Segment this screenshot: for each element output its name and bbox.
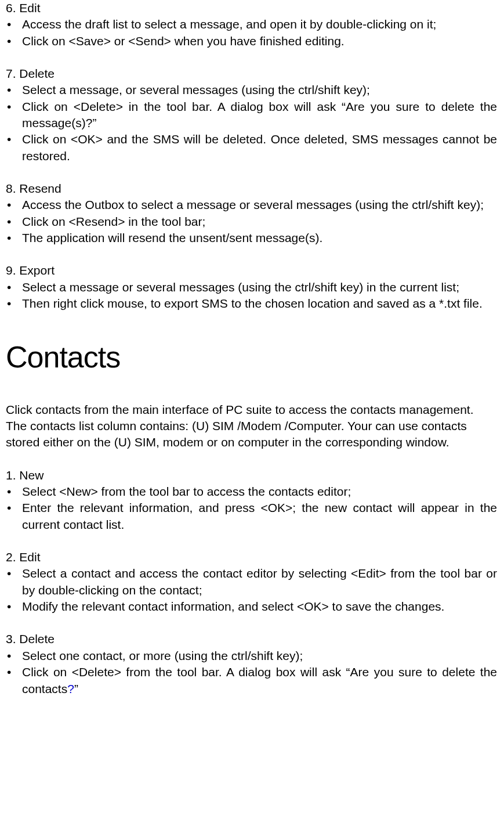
list-item-text: Click on <Delete> from the tool bar. A d… bbox=[22, 664, 497, 697]
list-item: •Click on <Resend> in the tool bar; bbox=[6, 214, 497, 230]
list-item: •Enter the relevant information, and pre… bbox=[6, 500, 497, 533]
section-9-title: 9. Export bbox=[6, 262, 497, 279]
list-item-text: Modify the relevant contact information,… bbox=[22, 598, 497, 615]
bullet-icon: • bbox=[6, 230, 22, 246]
bullet-icon: • bbox=[6, 33, 22, 49]
bullet-icon: • bbox=[6, 484, 22, 500]
list-item-text: Select a message or several messages (us… bbox=[22, 279, 497, 295]
contacts-heading: Contacts bbox=[6, 337, 497, 377]
list-item: •Select a contact and access the contact… bbox=[6, 565, 497, 598]
bullet-icon: • bbox=[6, 82, 22, 98]
bullet-icon: • bbox=[6, 295, 22, 312]
bullet-icon: • bbox=[6, 197, 22, 213]
list-item-text: Click on <Resend> in the tool bar; bbox=[22, 214, 497, 230]
bullet-icon: • bbox=[6, 598, 22, 615]
list-item-text: Click on <OK> and the SMS will be delete… bbox=[22, 131, 497, 164]
list-item: •Select a message or several messages (u… bbox=[6, 279, 497, 295]
list-item: •Select <New> from the tool bar to acces… bbox=[6, 484, 497, 500]
list-item-text: Select one contact, or more (using the c… bbox=[22, 648, 497, 664]
contacts-1-title: 1. New bbox=[6, 467, 497, 484]
list-item: •Select one contact, or more (using the … bbox=[6, 648, 497, 664]
bullet-icon: • bbox=[6, 279, 22, 295]
section-9-list: •Select a message or several messages (u… bbox=[6, 279, 497, 312]
list-item-text: Enter the relevant information, and pres… bbox=[22, 500, 497, 533]
contacts-3-title: 3. Delete bbox=[6, 631, 497, 647]
bullet-icon: • bbox=[6, 131, 22, 147]
list-item-text: Select a contact and access the contact … bbox=[22, 565, 497, 598]
section-7-title: 7. Delete bbox=[6, 66, 497, 82]
list-item: •Click on <Delete> from the tool bar. A … bbox=[6, 664, 497, 697]
bullet-icon: • bbox=[6, 565, 22, 582]
contacts-2-list: •Select a contact and access the contact… bbox=[6, 565, 497, 615]
list-item: •Modify the relevant contact information… bbox=[6, 598, 497, 615]
contacts-intro-2: The contacts list column contains: (U) S… bbox=[6, 418, 497, 451]
bullet-icon: • bbox=[6, 99, 22, 115]
list-item: •Access the draft list to select a messa… bbox=[6, 16, 497, 33]
section-6-title: 6. Edit bbox=[6, 0, 497, 16]
list-item: •Access the Outbox to select a message o… bbox=[6, 197, 497, 213]
list-item-text: Click on <Save> or <Send> when you have … bbox=[22, 33, 497, 49]
contacts-intro-1: Click contacts from the main interface o… bbox=[6, 402, 497, 418]
list-item: •The application will resend the unsent/… bbox=[6, 230, 497, 246]
bullet-icon: • bbox=[6, 16, 22, 33]
list-item-text: Select a message, or several messages (u… bbox=[22, 82, 497, 98]
section-7-list: •Select a message, or several messages (… bbox=[6, 82, 497, 164]
list-item-text: Then right click mouse, to export SMS to… bbox=[22, 295, 497, 312]
list-item: •Click on <OK> and the SMS will be delet… bbox=[6, 131, 497, 164]
section-8-list: •Access the Outbox to select a message o… bbox=[6, 197, 497, 246]
list-item: •Select a message, or several messages (… bbox=[6, 82, 497, 98]
list-item: •Click on <Save> or <Send> when you have… bbox=[6, 33, 497, 49]
list-item-text: The application will resend the unsent/s… bbox=[22, 230, 497, 246]
list-item-text: Access the Outbox to select a message or… bbox=[22, 197, 497, 213]
contacts-3-list: •Select one contact, or more (using the … bbox=[6, 648, 497, 697]
contacts-1-list: •Select <New> from the tool bar to acces… bbox=[6, 484, 497, 533]
bullet-icon: • bbox=[6, 214, 22, 230]
list-item: •Click on <Delete> in the tool bar. A di… bbox=[6, 99, 497, 132]
contacts-2-title: 2. Edit bbox=[6, 549, 497, 565]
list-item: •Then right click mouse, to export SMS t… bbox=[6, 295, 497, 312]
bullet-icon: • bbox=[6, 664, 22, 680]
text-prefix: Click on <Delete> from the tool bar. A d… bbox=[22, 665, 497, 695]
bullet-icon: • bbox=[6, 648, 22, 664]
list-item-text: Access the draft list to select a messag… bbox=[22, 16, 497, 33]
bullet-icon: • bbox=[6, 500, 22, 516]
section-6-list: •Access the draft list to select a messa… bbox=[6, 16, 497, 49]
question-mark: ? bbox=[67, 682, 74, 695]
text-suffix: ” bbox=[74, 682, 78, 695]
list-item-text: Select <New> from the tool bar to access… bbox=[22, 484, 497, 500]
list-item-text: Click on <Delete> in the tool bar. A dia… bbox=[22, 99, 497, 132]
section-8-title: 8. Resend bbox=[6, 181, 497, 197]
